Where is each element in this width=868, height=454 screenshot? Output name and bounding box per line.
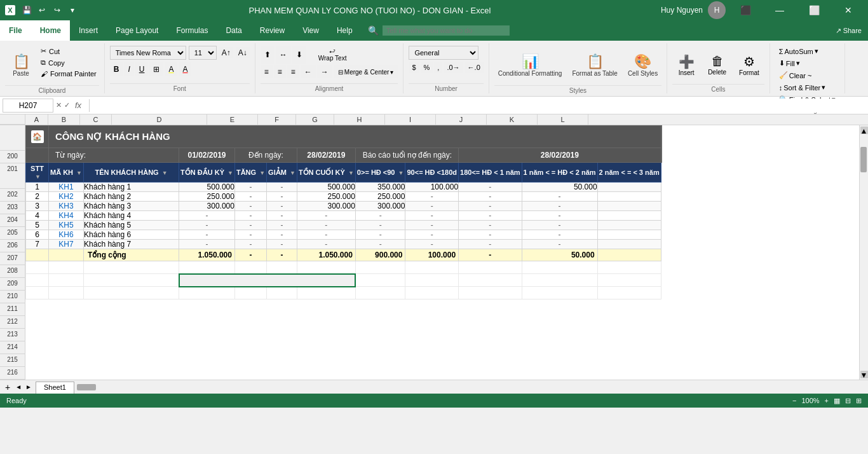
cell-hd90[interactable]: - xyxy=(355,211,405,221)
col-C[interactable]: C xyxy=(80,114,112,125)
cell-hd2nam[interactable]: 50.000 xyxy=(522,182,597,192)
cell-stt[interactable]: 1 xyxy=(26,182,49,192)
restore-button[interactable]: ⬜ xyxy=(799,0,829,20)
align-left-button[interactable]: ≡ xyxy=(261,65,273,78)
cell-hd1nam[interactable]: - xyxy=(459,202,522,211)
row-number[interactable]: 200 xyxy=(0,151,25,163)
cell-hd90[interactable]: 350.000 xyxy=(355,182,405,192)
selected-range-cell[interactable] xyxy=(179,274,356,287)
border-button[interactable]: ⊞ xyxy=(149,62,163,76)
tab-formulas[interactable]: Formulas xyxy=(167,20,217,41)
close-button[interactable]: ✕ xyxy=(834,0,863,20)
cell-hd2nam[interactable]: - xyxy=(522,202,597,211)
cell-giam[interactable]: - xyxy=(267,211,297,221)
bold-button[interactable]: B xyxy=(110,62,123,76)
tab-view[interactable]: View xyxy=(294,20,328,41)
cell-hd180[interactable]: - xyxy=(405,202,459,211)
align-top-button[interactable]: ⬆ xyxy=(261,46,275,64)
empty-cell[interactable] xyxy=(405,287,459,299)
empty-cell[interactable] xyxy=(49,274,84,287)
col-B[interactable]: B xyxy=(48,114,80,125)
row-number[interactable]: 213 xyxy=(0,329,25,341)
empty-cell[interactable] xyxy=(355,287,405,299)
cell-stt[interactable]: 2 xyxy=(26,192,49,202)
cell-ma[interactable]: KH2 xyxy=(49,192,84,202)
view-layout-button[interactable]: ⊟ xyxy=(845,397,851,405)
cell-giam[interactable]: - xyxy=(267,182,297,192)
cell-ton-cuoi-ky[interactable]: - xyxy=(297,221,355,230)
col-I[interactable]: I xyxy=(385,114,436,125)
cell-stt[interactable]: 3 xyxy=(26,202,49,211)
cell-hd2nam[interactable]: - xyxy=(522,192,597,202)
format-painter-button[interactable]: 🖌 Format Painter xyxy=(38,69,99,79)
cell-hd1nam[interactable]: - xyxy=(459,230,522,240)
tab-help[interactable]: Help xyxy=(328,20,362,41)
cell-ma[interactable]: KH3 xyxy=(49,202,84,211)
empty-cell[interactable] xyxy=(522,274,597,287)
empty-cell[interactable] xyxy=(297,261,355,274)
vertical-scrollbar[interactable]: ▲ ▼ xyxy=(859,125,868,380)
align-bottom-button[interactable]: ⬇ xyxy=(292,46,306,64)
cell-hd1nam[interactable]: - xyxy=(459,182,522,192)
prev-sheet-button[interactable]: ◄ xyxy=(14,383,23,390)
row-number[interactable]: 208 xyxy=(0,265,25,278)
font-size-select[interactable]: 11 xyxy=(189,46,217,60)
empty-cell[interactable] xyxy=(459,261,522,274)
cell-ten[interactable]: Khách hàng 4 xyxy=(84,211,179,221)
cell-hd3nam[interactable] xyxy=(597,230,661,240)
empty-cell[interactable] xyxy=(459,287,522,299)
align-right-button[interactable]: ≡ xyxy=(287,65,299,78)
cell-hd180[interactable]: - xyxy=(405,211,459,221)
cell-hd1nam[interactable]: - xyxy=(459,240,522,249)
empty-cell[interactable] xyxy=(49,287,84,299)
cell-hd2nam[interactable]: - xyxy=(522,221,597,230)
cell-ton-dau-ky[interactable]: 250.000 xyxy=(179,192,235,202)
cell-hd90[interactable]: 300.000 xyxy=(355,202,405,211)
redo-button[interactable]: ↪ xyxy=(51,4,64,17)
view-normal-button[interactable]: ▦ xyxy=(834,397,840,405)
ribbon-collapse-button[interactable]: ⬛ xyxy=(731,0,760,20)
empty-cell[interactable] xyxy=(267,261,297,274)
decrease-decimal-button[interactable]: ←.0 xyxy=(465,62,484,73)
col-hd90-header[interactable]: 0>= HĐ <90 ▼ xyxy=(355,163,405,182)
accounting-button[interactable]: $ xyxy=(409,62,419,73)
formula-verify-check[interactable]: ✓ xyxy=(64,101,70,109)
tab-page-layout[interactable]: Page Layout xyxy=(107,20,167,41)
cell-stt[interactable]: 6 xyxy=(26,230,49,240)
empty-cell[interactable] xyxy=(355,261,405,274)
cell-hd2nam[interactable]: - xyxy=(522,211,597,221)
decrease-font-size-button[interactable]: A↓ xyxy=(236,47,250,58)
cell-hd180[interactable]: - xyxy=(405,221,459,230)
align-center-button[interactable]: ≡ xyxy=(274,65,286,78)
cell-ma[interactable]: KH4 xyxy=(49,211,84,221)
font-name-select[interactable]: Times New Roma xyxy=(110,46,186,60)
col-E[interactable]: E xyxy=(207,114,258,125)
empty-cell[interactable] xyxy=(179,287,235,299)
row-number[interactable]: 206 xyxy=(0,240,25,252)
fill-button[interactable]: ⬇ Fill ▾ xyxy=(775,58,804,69)
cell-tang[interactable]: - xyxy=(234,192,266,202)
empty-cell[interactable] xyxy=(26,261,49,274)
empty-cell[interactable] xyxy=(597,274,661,287)
decrease-indent-button[interactable]: ← xyxy=(301,65,316,78)
undo-button[interactable]: ↩ xyxy=(36,4,48,17)
cell-hd90[interactable]: - xyxy=(355,221,405,230)
cell-ma[interactable]: KH1 xyxy=(49,182,84,192)
empty-cell[interactable] xyxy=(522,261,597,274)
col-L[interactable]: L xyxy=(538,114,588,125)
autosum-button[interactable]: Σ AutoSum ▾ xyxy=(775,46,822,57)
increase-indent-button[interactable]: → xyxy=(317,65,332,78)
col-G[interactable]: G xyxy=(296,114,334,125)
cell-hd90[interactable]: 250.000 xyxy=(355,192,405,202)
cell-tang[interactable]: - xyxy=(234,230,266,240)
empty-cell[interactable] xyxy=(84,261,179,274)
empty-cell[interactable] xyxy=(234,287,266,299)
cell-ton-dau-ky[interactable]: 500.000 xyxy=(179,182,235,192)
cut-button[interactable]: ✂ Cut xyxy=(38,46,99,57)
row-number[interactable]: 215 xyxy=(0,354,25,367)
cell-hd2nam[interactable]: - xyxy=(522,240,597,249)
cell-hd3nam[interactable] xyxy=(597,202,661,211)
cell-stt[interactable]: 4 xyxy=(26,211,49,221)
row-number[interactable]: 205 xyxy=(0,227,25,240)
next-sheet-button[interactable]: ► xyxy=(24,383,33,390)
